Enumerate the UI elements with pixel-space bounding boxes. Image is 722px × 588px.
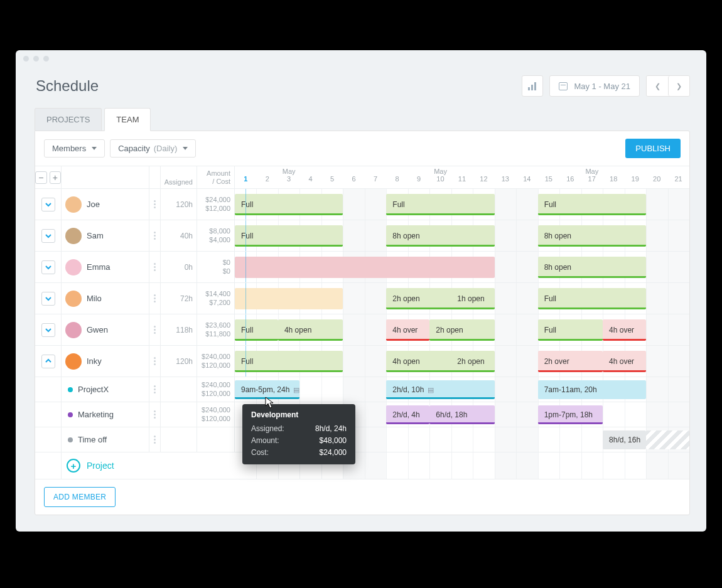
- publish-button[interactable]: PUBLISH: [625, 139, 681, 158]
- drag-handle[interactable]: [149, 377, 161, 402]
- day-header[interactable]: 10: [429, 175, 451, 188]
- expand-row-button[interactable]: [41, 198, 55, 211]
- cursor-icon: [265, 397, 275, 411]
- expand-row-button[interactable]: [41, 292, 55, 306]
- drag-handle[interactable]: [149, 220, 161, 251]
- schedule-bar[interactable]: 1pm-7pm, 18h: [538, 405, 603, 424]
- schedule-bar[interactable]: 8h open: [538, 225, 646, 247]
- day-header[interactable]: 11: [451, 175, 473, 188]
- day-header[interactable]: 18: [603, 175, 624, 188]
- drag-handle[interactable]: [149, 189, 161, 220]
- tab-team[interactable]: TEAM: [104, 108, 151, 131]
- traffic-light-zoom[interactable]: [43, 56, 49, 61]
- day-header[interactable]: 2: [256, 175, 277, 188]
- drag-handle[interactable]: [149, 427, 161, 452]
- next-range-button[interactable]: ❯: [668, 76, 689, 96]
- timeline[interactable]: Full4h open2h open2h over4h over: [235, 346, 689, 377]
- day-header[interactable]: 12: [473, 175, 494, 188]
- schedule-bar[interactable]: 4h over: [603, 319, 646, 341]
- member-name: Joe: [87, 200, 100, 209]
- timeline[interactable]: Full8h open8h open: [235, 220, 689, 251]
- traffic-light-minimize[interactable]: [33, 56, 39, 61]
- day-header[interactable]: 17: [581, 175, 603, 188]
- schedule-bar[interactable]: 4h open: [278, 319, 343, 341]
- schedule-bar[interactable]: 8h open: [538, 257, 646, 278]
- drag-handle[interactable]: [149, 283, 161, 314]
- drag-handle[interactable]: [149, 346, 161, 377]
- bar-label: 4h over: [392, 326, 418, 334]
- expand-row-button[interactable]: [41, 260, 55, 274]
- chart-toggle-button[interactable]: [522, 75, 543, 97]
- timeline[interactable]: 8h open: [235, 252, 689, 282]
- schedule-bar[interactable]: Full: [235, 225, 343, 247]
- traffic-light-close[interactable]: [23, 56, 29, 61]
- members-filter[interactable]: Members: [44, 139, 105, 158]
- day-header[interactable]: 1: [235, 175, 256, 188]
- timeline[interactable]: FullFullFull: [235, 189, 689, 220]
- schedule-bar[interactable]: Full: [538, 319, 603, 341]
- drag-handle[interactable]: [149, 402, 161, 427]
- bar-label: 7am-11am, 20h: [544, 385, 597, 394]
- schedule-bar[interactable]: 6h/d, 18h: [429, 405, 494, 424]
- expand-row-button[interactable]: [41, 323, 55, 337]
- schedule-bar[interactable]: Full: [386, 194, 494, 215]
- day-header[interactable]: 8: [386, 175, 407, 188]
- schedule-bar[interactable]: Full: [538, 194, 646, 215]
- day-header[interactable]: 16: [559, 175, 581, 188]
- expand-row-button[interactable]: [41, 355, 55, 368]
- day-header[interactable]: 21: [667, 175, 689, 188]
- schedule-bar[interactable]: Full: [235, 194, 343, 215]
- tab-projects[interactable]: PROJECTS: [35, 108, 102, 131]
- add-project-row[interactable]: +Project: [35, 452, 689, 479]
- schedule-bar[interactable]: 4h over: [386, 319, 429, 341]
- collapse-all-button[interactable]: −: [35, 171, 47, 184]
- schedule-bar[interactable]: Full: [235, 319, 278, 341]
- drag-handle[interactable]: [149, 314, 161, 345]
- schedule-bar[interactable]: 2h open1h open: [386, 288, 494, 309]
- day-header[interactable]: 7: [365, 175, 386, 188]
- schedule-bar[interactable]: 8h open: [386, 225, 494, 247]
- expand-row-button[interactable]: [41, 229, 55, 243]
- amount-cost: $24,000$12,000: [197, 189, 235, 220]
- chevron-left-icon: ❮: [655, 82, 660, 90]
- schedule-bar[interactable]: [235, 288, 343, 309]
- amount-cost: [197, 427, 235, 452]
- schedule-bar[interactable]: 8h/d, 16h: [603, 430, 646, 449]
- member-row: Gwen118h$23,600$11,800Full4h open4h over…: [35, 314, 689, 346]
- schedule-bar[interactable]: 2h over: [538, 351, 603, 372]
- schedule-bar[interactable]: 2h/d, 10h▤: [386, 380, 494, 399]
- timeline[interactable]: 9am-5pm, 24h▤2h/d, 10h▤7am-11am, 20h: [235, 377, 689, 402]
- day-header[interactable]: 14: [516, 175, 537, 188]
- schedule-bar[interactable]: 2h/d, 4h: [386, 405, 429, 424]
- schedule-bar[interactable]: [235, 257, 495, 278]
- schedule-bar[interactable]: Full: [538, 288, 646, 309]
- avatar: [65, 291, 82, 307]
- day-header[interactable]: 13: [495, 175, 516, 188]
- schedule-bar[interactable]: 2h open: [429, 319, 494, 341]
- timeline[interactable]: 2h open1h openFull: [235, 283, 689, 314]
- day-header[interactable]: 5: [321, 175, 343, 188]
- add-member-button[interactable]: ADD MEMBER: [44, 487, 116, 507]
- date-range-picker[interactable]: May 1 - May 21: [549, 75, 640, 97]
- member-row: Inky120h$240,000$120,000Full4h open2h op…: [35, 346, 689, 377]
- day-header[interactable]: 20: [646, 175, 667, 188]
- expand-all-button[interactable]: +: [50, 171, 62, 184]
- day-header[interactable]: 15: [538, 175, 559, 188]
- bar-label: Full: [241, 326, 253, 334]
- schedule-bar[interactable]: Full: [235, 351, 343, 372]
- schedule-bar[interactable]: 7am-11am, 20h: [538, 380, 646, 399]
- assigned-hours: 120h: [161, 189, 197, 220]
- day-header[interactable]: 9: [408, 175, 429, 188]
- drag-handle[interactable]: [149, 252, 161, 282]
- bar-label: Full: [544, 326, 556, 334]
- schedule-bar[interactable]: 4h over: [603, 351, 646, 372]
- timeline[interactable]: Full4h open4h over2h openFull4h over: [235, 314, 689, 345]
- day-header[interactable]: 6: [343, 175, 364, 188]
- capacity-mode-dropdown[interactable]: Capacity (Daily): [110, 139, 196, 158]
- prev-range-button[interactable]: ❮: [647, 76, 668, 96]
- schedule-bar[interactable]: 4h open2h open: [386, 351, 494, 372]
- day-header[interactable]: 4: [299, 175, 321, 188]
- day-header[interactable]: 3: [278, 175, 299, 188]
- day-header[interactable]: 19: [624, 175, 645, 188]
- assigned-hours: 120h: [161, 346, 197, 377]
